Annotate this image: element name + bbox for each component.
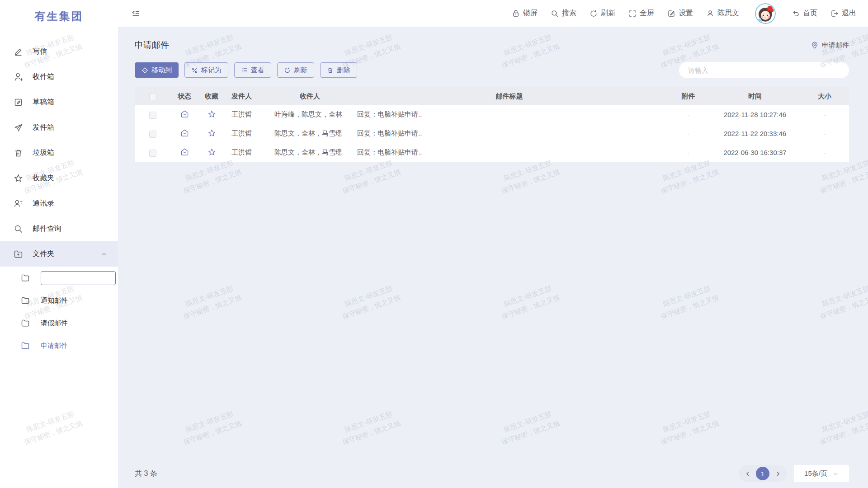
folder-icon	[21, 273, 30, 282]
cell-recipients: 叶海峰，陈思文，全林	[268, 110, 352, 119]
table-row[interactable]: 王洪哲 陈思文，全林，马雪瑶 回复：电脑补贴申请.. - 2022-11-22 …	[135, 124, 849, 143]
new-folder-row	[0, 267, 118, 289]
sidebar-item-compose[interactable]: 写信	[0, 39, 118, 64]
view-button[interactable]: 查看	[234, 62, 271, 78]
mark-as-button[interactable]: 标记为	[184, 62, 228, 78]
folder-label: 申请邮件	[41, 342, 68, 350]
move-to-button[interactable]: 移动到	[135, 62, 179, 78]
inbox-person-icon	[14, 72, 23, 82]
sidebar: 有生集团 写信 收件箱 草稿箱 发件箱	[0, 0, 118, 488]
cell-attachment: -	[667, 149, 710, 156]
cell-subject[interactable]: 回复：电脑补贴申请..	[352, 148, 667, 157]
col-attachment: 附件	[667, 92, 710, 101]
sidebar-item-label: 通讯录	[33, 199, 54, 208]
row-checkbox[interactable]	[149, 112, 156, 119]
col-size: 大小	[800, 92, 849, 101]
sidebar-item-label: 写信	[33, 47, 47, 56]
lock-screen-button[interactable]: 锁屏	[512, 9, 538, 18]
cell-sender: 王洪哲	[225, 129, 268, 138]
mail-read-icon	[180, 148, 189, 156]
sidebar-item-inbox[interactable]: 收件箱	[0, 64, 118, 89]
fullscreen-button[interactable]: 全屏	[628, 9, 654, 18]
collapse-sidebar-icon[interactable]	[131, 9, 141, 19]
sidebar-item-contacts[interactable]: 通讯录	[0, 191, 118, 216]
settings-button[interactable]: 设置	[667, 9, 693, 18]
fullscreen-icon	[628, 9, 637, 18]
page-title: 申请邮件	[135, 39, 169, 51]
home-button[interactable]: 首页	[792, 9, 817, 18]
total-count: 共 3 条	[135, 469, 157, 479]
sidebar-item-sent[interactable]: 发件箱	[0, 115, 118, 140]
table-row[interactable]: 王洪哲 陈思文，全林，马雪瑶 回复：电脑补贴申请.. - 2022-06-30 …	[135, 143, 849, 162]
refresh-icon	[590, 9, 598, 18]
select-all-checkbox[interactable]	[149, 93, 156, 100]
pencil-icon	[14, 47, 23, 56]
view-list-icon	[241, 67, 248, 74]
page-size-value: 15条/页	[804, 469, 827, 478]
settings-icon	[667, 9, 675, 18]
user-menu[interactable]: 陈思文	[706, 9, 739, 18]
sidebar-folder-application[interactable]: 申请邮件	[0, 334, 118, 357]
logout-button[interactable]: 退出	[830, 9, 856, 18]
sidebar-item-trash[interactable]: 垃圾箱	[0, 140, 118, 165]
sidebar-item-mail-search[interactable]: 邮件查询	[0, 216, 118, 241]
refresh-button[interactable]: 刷新	[590, 9, 615, 18]
cell-sender: 王洪哲	[225, 110, 268, 119]
next-page-button[interactable]	[774, 470, 781, 477]
table-header-row: 状态 收藏 发件人 收件人 邮件标题 附件 时间 大小	[135, 87, 849, 105]
col-recipients: 收件人	[268, 92, 352, 101]
new-folder-input[interactable]	[41, 271, 116, 285]
sidebar-item-label: 垃圾箱	[33, 148, 54, 158]
sidebar-item-label: 发件箱	[33, 123, 54, 132]
table-row[interactable]: 王洪哲 叶海峰，陈思文，全林 回复：电脑补贴申请.. - 2022-11-28 …	[135, 105, 849, 124]
sidebar-folder-notice[interactable]: 通知邮件	[0, 289, 118, 312]
folder-icon	[21, 341, 30, 350]
draft-icon	[14, 98, 23, 107]
delete-button[interactable]: 删除	[320, 62, 357, 78]
sidebar-item-drafts[interactable]: 草稿箱	[0, 89, 118, 115]
global-search-button[interactable]: 搜索	[551, 9, 576, 18]
trash-icon	[14, 148, 23, 158]
refresh-icon	[284, 67, 291, 74]
lock-icon	[512, 9, 520, 18]
breadcrumb: 申请邮件	[811, 41, 849, 50]
favorite-star-icon[interactable]	[208, 148, 216, 156]
favorite-star-icon[interactable]	[208, 110, 216, 118]
row-checkbox[interactable]	[149, 150, 156, 157]
col-status: 状态	[171, 92, 198, 101]
cell-time: 2022-11-22 20:33:46	[710, 130, 800, 137]
user-icon	[706, 9, 714, 18]
sidebar-item-label: 收藏夹	[33, 174, 54, 183]
cell-size: -	[800, 111, 849, 118]
sidebar-item-favorites[interactable]: 收藏夹	[0, 165, 118, 191]
sidebar-item-label: 文件夹	[33, 249, 54, 259]
app-logo: 有生集团	[0, 9, 118, 23]
prev-page-button[interactable]	[744, 470, 751, 477]
sidebar-subfolders: 通知邮件 请假邮件 申请邮件	[0, 267, 118, 357]
mark-icon	[191, 67, 198, 74]
contacts-icon	[14, 199, 23, 208]
trash-icon	[327, 67, 334, 74]
refresh-list-button[interactable]: 刷新	[277, 62, 314, 78]
sidebar-item-folders[interactable]: 文件夹	[0, 241, 118, 267]
cell-time: 2022-11-28 10:27:46	[710, 111, 800, 118]
page-size-select[interactable]: 15条/页	[794, 465, 849, 482]
sidebar-folder-leave[interactable]: 请假邮件	[0, 312, 118, 334]
page-number-button[interactable]: 1	[756, 467, 769, 480]
cell-subject[interactable]: 回复：电脑补贴申请..	[352, 129, 667, 138]
folder-icon	[21, 296, 30, 305]
folder-icon	[21, 319, 30, 328]
username: 陈思文	[717, 9, 739, 18]
cell-subject[interactable]: 回复：电脑补贴申请..	[352, 110, 667, 119]
favorite-star-icon[interactable]	[208, 129, 216, 137]
breadcrumb-label: 申请邮件	[822, 41, 849, 50]
mail-read-icon	[180, 110, 189, 118]
col-favorite: 收藏	[198, 92, 225, 101]
cell-time: 2022-06-30 16:30:37	[710, 149, 800, 156]
location-pin-icon	[811, 41, 819, 49]
search-icon	[14, 224, 23, 234]
table-search-input[interactable]	[679, 62, 849, 78]
row-checkbox[interactable]	[149, 131, 156, 138]
avatar[interactable]	[755, 3, 776, 24]
chevron-up-icon[interactable]	[101, 251, 107, 258]
